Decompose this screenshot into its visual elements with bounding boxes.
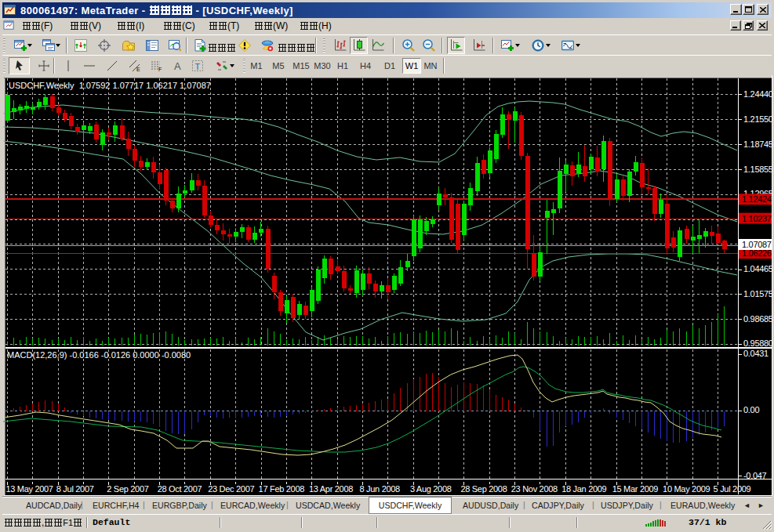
svg-text:-0.047: -0.047 — [743, 471, 767, 480]
svg-text:8 Jun 2008: 8 Jun 2008 — [360, 484, 401, 494]
svg-text:1.01575: 1.01575 — [743, 289, 773, 299]
svg-text:MACD(12,26,9) -0.0166 -0.0126: MACD(12,26,9) -0.0166 -0.0126 0.0000 -0.… — [7, 350, 191, 360]
svg-text:13 Apr 2008: 13 Apr 2008 — [309, 484, 353, 494]
svg-text:17 Feb 2008: 17 Feb 2008 — [259, 484, 305, 494]
svg-text:1.24440: 1.24440 — [743, 89, 773, 99]
svg-text:0.0431: 0.0431 — [743, 349, 769, 358]
svg-text:1.10237: 1.10237 — [742, 214, 772, 223]
svg-text:0.00: 0.00 — [743, 405, 759, 414]
svg-text:13 May 2007: 13 May 2007 — [5, 484, 53, 494]
svg-text:23 Dec 2007: 23 Dec 2007 — [208, 484, 254, 494]
svg-text:28 Sep 2008: 28 Sep 2008 — [460, 484, 507, 494]
svg-text:1.04465: 1.04465 — [743, 264, 773, 273]
svg-text:USDCHF,Weekly 1.07592 1.07717: USDCHF,Weekly 1.07592 1.07717 1.06217 1.… — [9, 81, 211, 90]
svg-text:10 May 2009: 10 May 2009 — [663, 484, 710, 494]
svg-text:2 Sep 2007: 2 Sep 2007 — [107, 484, 148, 494]
svg-text:18 Jan 2009: 18 Jan 2009 — [561, 484, 606, 494]
svg-text:1.12424: 1.12424 — [742, 194, 772, 204]
svg-text:23 Nov 2008: 23 Nov 2008 — [511, 484, 558, 494]
svg-text:1.07087: 1.07087 — [742, 240, 772, 249]
svg-text:1.21550: 1.21550 — [743, 114, 773, 124]
svg-text:28 Oct 2007: 28 Oct 2007 — [158, 484, 202, 494]
svg-text:15 Mar 2009: 15 Mar 2009 — [612, 484, 659, 494]
svg-text:3 Aug 2008: 3 Aug 2008 — [410, 484, 452, 494]
svg-text:1.15855: 1.15855 — [743, 165, 773, 174]
svg-text:0.98685: 0.98685 — [743, 314, 773, 324]
svg-text:1.18745: 1.18745 — [743, 139, 773, 149]
svg-text:0.95880: 0.95880 — [743, 338, 773, 348]
svg-text:8 Jul 2007: 8 Jul 2007 — [56, 484, 94, 494]
svg-text:5 Jul 2009: 5 Jul 2009 — [714, 484, 751, 494]
